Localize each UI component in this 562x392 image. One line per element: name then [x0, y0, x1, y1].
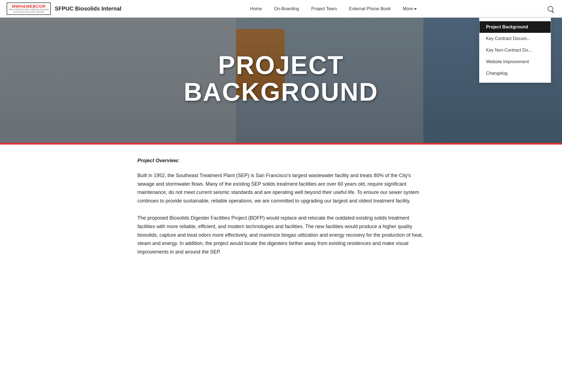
header: MWH&WEBCOR MWH CONSTRUCTORS & WEBCOR BUI…: [0, 0, 562, 18]
search-button[interactable]: [545, 6, 555, 12]
logo-box: MWH&WEBCOR MWH CONSTRUCTORS & WEBCOR BUI…: [7, 2, 51, 15]
nav-more[interactable]: More: [397, 0, 423, 18]
project-paragraph-1: Built in 1952, the Southeast Treatment P…: [138, 171, 425, 205]
hero-title: PROJECT BACKGROUND: [56, 52, 506, 105]
logo-webcor: WEBCOR: [26, 4, 46, 9]
logo-area: MWH&WEBCOR MWH CONSTRUCTORS & WEBCOR BUI…: [7, 2, 122, 15]
dropdown-item-website-improvement[interactable]: Website Improvement: [479, 56, 551, 68]
site-title: SFPUC Biosolids Internal: [55, 6, 121, 12]
nav-external-phone-book[interactable]: External Phone Book: [343, 0, 397, 18]
main-nav: Home On-Boarding Project Team External P…: [122, 0, 546, 18]
hero-section: PROJECT BACKGROUND: [0, 18, 562, 145]
logo-sub1: MWH CONSTRUCTORS & WEBCOR BUILDERS: [9, 9, 49, 11]
logo-mwh: MWH: [12, 4, 23, 9]
project-paragraph-2: The proposed Biosolids Digester Faciliti…: [138, 214, 425, 256]
search-icon: [548, 6, 553, 12]
dropdown-item-changelog[interactable]: Changelog: [479, 68, 551, 79]
nav-home[interactable]: Home: [244, 0, 268, 18]
dropdown-item-project-background[interactable]: Project Background: [479, 21, 551, 33]
project-overview-label: Project Overview:: [138, 158, 425, 164]
logo-sub2: A CONSTRUCTION JOINT VENTURE: [13, 11, 44, 13]
dropdown-item-key-non-contract[interactable]: Key Non-Contract Do...: [479, 44, 551, 56]
nav-project-team[interactable]: Project Team: [305, 0, 343, 18]
main-content: Project Overview: Built in 1952, the Sou…: [115, 145, 447, 287]
more-dropdown-menu: Project Background Key Contract Docum...…: [479, 18, 551, 83]
dropdown-item-key-contract[interactable]: Key Contract Docum...: [479, 33, 551, 44]
chevron-down-icon: [414, 8, 417, 10]
hero-title-line2: BACKGROUND: [56, 78, 506, 105]
nav-more-label: More: [403, 6, 413, 11]
nav-onboarding[interactable]: On-Boarding: [268, 0, 305, 18]
logo-top: MWH&WEBCOR: [12, 4, 46, 9]
logo-ampersand: &: [23, 4, 26, 9]
hero-red-line: [0, 143, 562, 145]
hero-title-line1: PROJECT: [56, 52, 506, 79]
